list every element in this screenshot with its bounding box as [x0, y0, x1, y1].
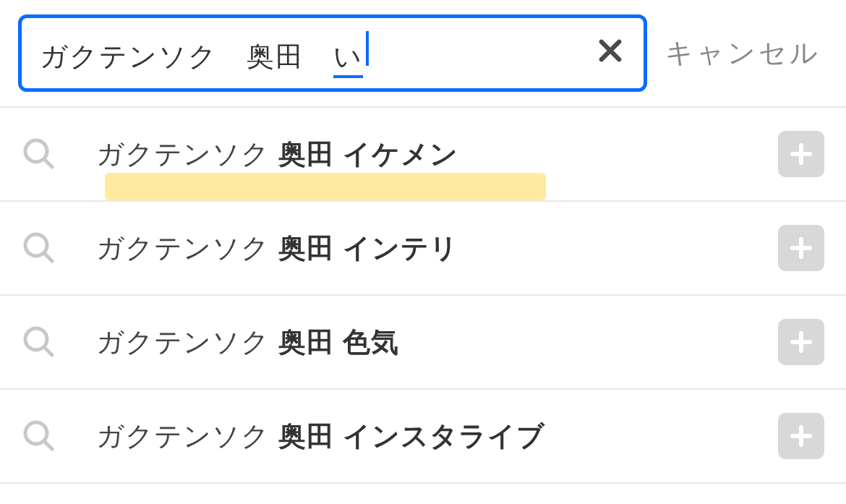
suggestion-text: ガクテンソク 奥田 インスタライブ — [96, 418, 778, 455]
search-query-prefix: ガクテンソク 奥田 — [40, 38, 333, 75]
plus-icon — [788, 329, 814, 355]
add-button[interactable] — [778, 131, 824, 177]
svg-line-3 — [44, 253, 52, 261]
search-icon — [22, 419, 56, 453]
search-icon — [22, 137, 56, 171]
suggestions-list: ガクテンソク 奥田 イケメン ガクテンソク 奥田 インテリ ガクテンソク 奥田 — [0, 106, 846, 484]
plus-icon — [788, 141, 814, 167]
add-button[interactable] — [778, 225, 824, 271]
plus-icon — [788, 235, 814, 261]
search-input-container[interactable]: ガクテンソク 奥田 い — [18, 14, 647, 92]
add-button[interactable] — [778, 413, 824, 459]
suggestion-item[interactable]: ガクテンソク 奥田 色気 — [0, 296, 846, 390]
suggestion-text: ガクテンソク 奥田 インテリ — [96, 230, 778, 267]
search-icon — [22, 231, 56, 265]
highlight-annotation — [105, 173, 546, 200]
search-header: ガクテンソク 奥田 い キャンセル — [0, 0, 846, 106]
search-input[interactable]: ガクテンソク 奥田 い — [40, 31, 595, 75]
clear-button[interactable] — [595, 35, 625, 72]
ime-composition: い — [333, 38, 363, 75]
svg-line-7 — [44, 441, 52, 449]
text-cursor — [366, 31, 369, 66]
add-button[interactable] — [778, 319, 824, 365]
close-icon — [595, 35, 625, 66]
suggestion-item[interactable]: ガクテンソク 奥田 インスタライブ — [0, 390, 846, 484]
svg-line-1 — [44, 159, 52, 167]
ime-underline — [333, 75, 363, 78]
plus-icon — [788, 423, 814, 449]
suggestion-item[interactable]: ガクテンソク 奥田 インテリ — [0, 202, 846, 296]
suggestion-text: ガクテンソク 奥田 イケメン — [96, 136, 778, 173]
suggestion-text: ガクテンソク 奥田 色気 — [96, 324, 778, 361]
svg-line-5 — [44, 347, 52, 355]
cancel-button[interactable]: キャンセル — [665, 35, 828, 72]
suggestion-item[interactable]: ガクテンソク 奥田 イケメン — [0, 108, 846, 202]
search-icon — [22, 325, 56, 359]
